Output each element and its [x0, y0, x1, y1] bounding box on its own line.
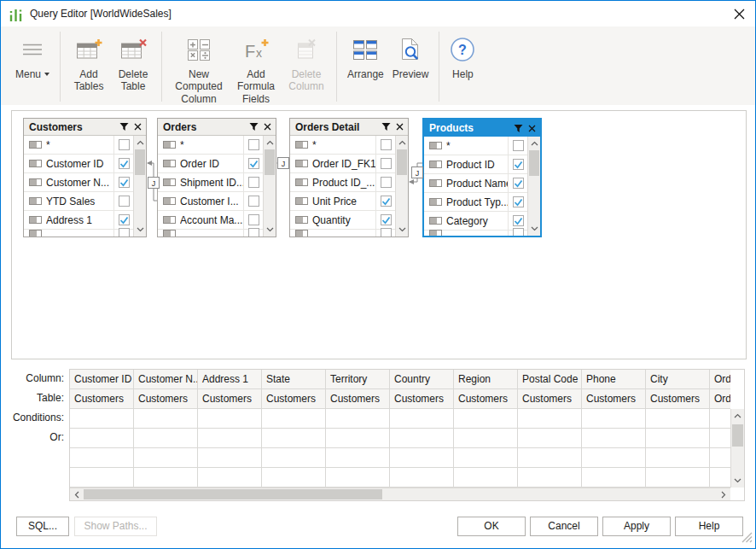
grid-table-cell[interactable]: Customers — [326, 389, 390, 409]
ok-button[interactable]: OK — [457, 517, 526, 536]
help-button[interactable]: Help — [675, 517, 743, 536]
grid-cell[interactable] — [198, 409, 262, 429]
field-checkbox[interactable] — [381, 196, 392, 207]
field-checkbox[interactable] — [119, 158, 130, 169]
close-icon[interactable] — [264, 123, 271, 131]
panel-scrollbar[interactable] — [263, 136, 276, 237]
add-formula-fields-button[interactable]: F x Add Formula Fields — [232, 29, 280, 105]
field-checkbox[interactable] — [119, 214, 130, 225]
field-checkbox[interactable] — [513, 178, 524, 189]
field-row[interactable]: * — [290, 136, 395, 155]
grid-table-cell[interactable]: Customers — [262, 389, 326, 409]
grid-cell[interactable] — [70, 468, 134, 488]
scroll-down-arrow[interactable] — [396, 224, 408, 236]
grid-cell[interactable] — [134, 429, 198, 448]
scroll-thumb[interactable] — [529, 150, 539, 176]
window-close-button[interactable] — [733, 8, 746, 20]
grid-table-cell[interactable]: Customers — [198, 389, 262, 409]
grid-cell[interactable] — [454, 409, 518, 429]
join-indicator[interactable]: J — [278, 158, 289, 169]
grid-column-header-cell[interactable]: Order ID — [710, 370, 730, 389]
grid-cell[interactable] — [582, 448, 646, 468]
table-panel-header[interactable]: Orders Detail — [290, 119, 408, 136]
field-checkbox[interactable] — [381, 139, 392, 150]
grid-table-cell[interactable]: Customers — [582, 389, 646, 409]
grid-column-header-cell[interactable]: Country — [390, 370, 454, 389]
grid-cell[interactable] — [390, 409, 454, 429]
grid-cell[interactable] — [710, 429, 730, 448]
grid-table-cell[interactable]: Customers — [134, 389, 198, 409]
grid-cell[interactable] — [70, 448, 134, 468]
grid-cell[interactable] — [326, 429, 390, 448]
field-checkbox[interactable] — [513, 159, 524, 170]
grid-column-header-cell[interactable]: Address 1 — [198, 370, 262, 389]
grid-column-header-cell[interactable]: Region — [454, 370, 518, 389]
grid-cell[interactable] — [262, 448, 326, 468]
scroll-up-arrow[interactable] — [528, 137, 540, 149]
field-row[interactable]: Product Name — [424, 174, 527, 193]
grid-cell[interactable] — [710, 448, 730, 468]
field-row[interactable]: YTD Sales — [24, 192, 133, 211]
field-row[interactable]: * — [158, 136, 263, 155]
grid-cell[interactable] — [70, 409, 134, 429]
grid-cell[interactable] — [70, 429, 134, 448]
field-row[interactable]: Shipment ID... — [158, 173, 263, 192]
close-icon[interactable] — [396, 123, 404, 131]
grid-table-cell[interactable]: Customers — [646, 389, 710, 409]
grid-cell[interactable] — [134, 468, 198, 488]
scroll-thumb[interactable] — [84, 489, 382, 499]
grid-cell[interactable] — [710, 409, 730, 429]
grid-cell[interactable] — [198, 468, 262, 488]
filter-icon[interactable] — [514, 124, 523, 133]
field-row[interactable]: Product ID_... — [290, 173, 395, 192]
grid-cell[interactable] — [582, 468, 646, 488]
field-checkbox[interactable] — [119, 196, 130, 207]
grid-column-header-cell[interactable]: Customer N... — [134, 370, 198, 389]
grid-cell[interactable] — [390, 468, 454, 488]
field-row[interactable]: * — [24, 136, 133, 155]
field-checkbox[interactable] — [248, 177, 259, 188]
field-checkbox[interactable] — [513, 196, 524, 207]
scroll-down-arrow[interactable] — [264, 224, 276, 236]
field-row[interactable]: Customer I... — [158, 192, 263, 211]
field-checkbox[interactable] — [119, 139, 130, 150]
grid-cell[interactable] — [326, 409, 390, 429]
scroll-down-arrow[interactable] — [134, 224, 146, 236]
scroll-up-arrow[interactable] — [264, 137, 276, 149]
grid-cell[interactable] — [646, 429, 710, 448]
field-row[interactable]: Order ID — [158, 155, 263, 173]
scroll-up-arrow[interactable] — [731, 410, 744, 422]
grid-cell[interactable] — [710, 468, 730, 488]
filter-icon[interactable] — [119, 122, 129, 131]
resize-grip[interactable] — [741, 532, 753, 546]
field-row[interactable]: Customer N... — [24, 173, 133, 192]
field-row[interactable]: Product ID — [424, 155, 527, 174]
grid-cell[interactable] — [390, 448, 454, 468]
grid-cell[interactable] — [326, 468, 390, 488]
field-checkbox[interactable] — [248, 139, 259, 150]
field-checkbox[interactable] — [119, 177, 130, 188]
filter-icon[interactable] — [381, 122, 391, 131]
grid-table-cell[interactable]: Customers — [390, 389, 454, 409]
grid-cell[interactable] — [454, 429, 518, 448]
panel-scrollbar[interactable] — [133, 136, 146, 237]
panel-scrollbar[interactable] — [527, 137, 540, 236]
grid-cell[interactable] — [134, 448, 198, 468]
grid-cell[interactable] — [582, 429, 646, 448]
grid-cell[interactable] — [134, 409, 198, 429]
grid-column-header-cell[interactable]: Territory — [326, 370, 390, 389]
field-checkbox[interactable] — [248, 214, 259, 225]
grid-cell[interactable] — [646, 448, 710, 468]
grid-cell[interactable] — [518, 429, 582, 448]
grid-cell[interactable] — [262, 409, 326, 429]
table-panel-header[interactable]: Products — [424, 120, 540, 137]
apply-button[interactable]: Apply — [602, 517, 671, 536]
grid-cell[interactable] — [262, 468, 326, 488]
scroll-right-arrow[interactable] — [718, 488, 730, 500]
grid-cell[interactable] — [518, 409, 582, 429]
grid-cell[interactable] — [582, 409, 646, 429]
grid-cell[interactable] — [454, 468, 518, 488]
table-panel-header[interactable]: Customers — [24, 119, 146, 136]
scroll-down-arrow[interactable] — [731, 475, 744, 487]
scroll-left-arrow[interactable] — [71, 488, 83, 500]
